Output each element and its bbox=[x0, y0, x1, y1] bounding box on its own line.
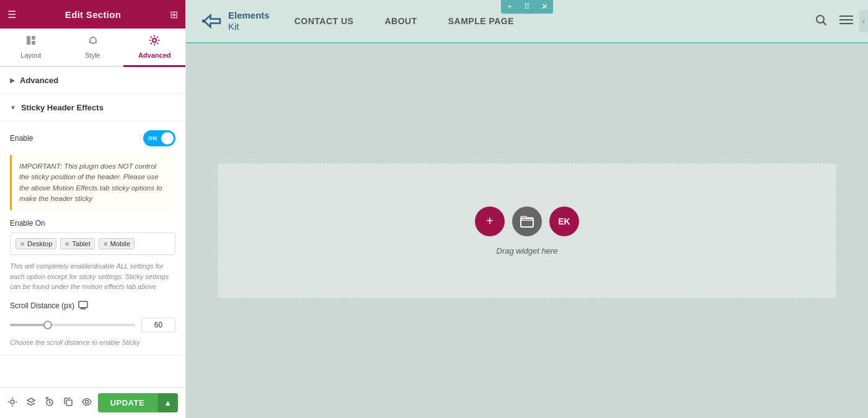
sticky-header-row[interactable]: ▼ Sticky Header Effects bbox=[0, 94, 185, 122]
advanced-section-row[interactable]: ▶ Advanced bbox=[0, 67, 185, 94]
left-panel: ☰ Edit Section ⊞ Layout bbox=[0, 0, 186, 418]
svg-rect-14 bbox=[66, 400, 72, 406]
preview-main: + EK Drag widget here bbox=[186, 43, 868, 418]
scroll-slider-track[interactable] bbox=[10, 324, 135, 326]
update-dropdown-button[interactable]: ▲ bbox=[157, 393, 178, 412]
tab-advanced-label: Advanced bbox=[138, 51, 171, 59]
scroll-distance-label-row: Scroll Distance (px) bbox=[10, 301, 175, 311]
duplicate-icon[interactable] bbox=[63, 397, 73, 409]
layers-icon[interactable] bbox=[26, 397, 36, 409]
scroll-slider-row: 60 bbox=[10, 318, 175, 332]
brand-sub: Kit bbox=[228, 21, 270, 32]
floating-toolbar: + ⠿ ✕ bbox=[501, 0, 553, 14]
panel-header: ☰ Edit Section ⊞ bbox=[0, 0, 185, 29]
drop-zone: + EK Drag widget here bbox=[217, 162, 837, 299]
monitor-icon bbox=[78, 301, 88, 311]
tag-desktop: ✕ Desktop bbox=[16, 238, 56, 249]
advanced-label: Advanced bbox=[20, 76, 58, 85]
update-button-group: UPDATE ▲ bbox=[98, 393, 178, 412]
tab-advanced[interactable]: Advanced bbox=[123, 29, 185, 67]
settings-icon[interactable] bbox=[7, 397, 17, 409]
advanced-section-header: ▶ Advanced bbox=[10, 76, 175, 85]
svg-point-15 bbox=[86, 401, 89, 404]
advanced-arrow-icon: ▶ bbox=[10, 77, 15, 84]
svg-rect-2 bbox=[32, 41, 35, 45]
tag-mobile-remove[interactable]: ✕ bbox=[103, 241, 108, 247]
info-box: IMPORTANT: This plugin does NOT control … bbox=[10, 155, 175, 210]
panel-bottom-bar: UPDATE ▲ bbox=[0, 387, 185, 418]
tab-style[interactable]: Style bbox=[62, 29, 124, 67]
toggle-knob bbox=[161, 132, 174, 145]
nav-about[interactable]: ABOUT bbox=[384, 16, 417, 26]
nav-search-icon[interactable] bbox=[815, 14, 827, 29]
svg-point-17 bbox=[202, 19, 205, 22]
scroll-distance-helper: Choose the scroll distance to enable Sti… bbox=[10, 339, 175, 346]
svg-point-4 bbox=[92, 37, 94, 38]
toolbar-move-button[interactable]: ⠿ bbox=[518, 0, 536, 14]
logo-svg bbox=[201, 10, 223, 32]
bottom-icon-group bbox=[7, 397, 92, 409]
tag-tablet-label: Tablet bbox=[72, 240, 90, 247]
sticky-header-label: Sticky Header Effects bbox=[21, 103, 104, 112]
grid-icon[interactable]: ⊞ bbox=[170, 9, 178, 20]
tag-tablet-remove[interactable]: ✕ bbox=[64, 241, 69, 247]
update-button[interactable]: UPDATE bbox=[98, 393, 157, 412]
toolbar-close-button[interactable]: ✕ bbox=[536, 0, 553, 14]
tag-desktop-label: Desktop bbox=[27, 240, 52, 247]
svg-point-6 bbox=[89, 42, 91, 43]
tab-layout-label: Layout bbox=[20, 51, 41, 59]
nav-contact[interactable]: CONTACT US bbox=[294, 16, 354, 26]
panel-collapse-arrow[interactable]: ‹ bbox=[859, 10, 868, 32]
tag-tablet: ✕ Tablet bbox=[60, 238, 94, 249]
svg-line-19 bbox=[823, 22, 826, 25]
scroll-value-input[interactable]: 60 bbox=[141, 318, 175, 332]
enable-on-label: Enable On bbox=[10, 219, 175, 228]
enable-on-helper: This will completely enable/disable ALL … bbox=[10, 261, 175, 292]
panel-tabs: Layout Style Advanced bbox=[0, 29, 185, 67]
enable-label: Enable bbox=[10, 134, 33, 143]
sticky-header-section: ▼ Sticky Header Effects Enable ON IMPORT… bbox=[0, 94, 185, 355]
tab-style-label: Style bbox=[85, 51, 100, 59]
slider-thumb[interactable] bbox=[43, 321, 52, 329]
info-text: IMPORTANT: This plugin does NOT control … bbox=[19, 162, 162, 202]
panel-title: Edit Section bbox=[65, 9, 121, 20]
drag-widget-text: Drag widget here bbox=[497, 246, 558, 256]
svg-point-5 bbox=[95, 42, 97, 43]
sticky-arrow-icon: ▼ bbox=[10, 104, 16, 111]
enable-field-row: Enable ON bbox=[10, 130, 175, 146]
enable-on-section: Enable On ✕ Desktop ✕ Tablet ✕ Mobile bbox=[10, 219, 175, 292]
right-panel: + ⠿ ✕ Elements Kit CONTACT US ABOUT SAMP… bbox=[186, 0, 868, 418]
layout-icon bbox=[25, 35, 37, 49]
tag-mobile-label: Mobile bbox=[110, 240, 130, 247]
nav-links: CONTACT US ABOUT SAMPLE PAGE bbox=[294, 16, 514, 26]
hamburger-icon[interactable]: ☰ bbox=[7, 9, 16, 20]
nav-sample[interactable]: SAMPLE PAGE bbox=[448, 16, 514, 26]
logo-text: Elements Kit bbox=[228, 10, 270, 32]
svg-point-7 bbox=[153, 38, 156, 42]
toolbar-add-button[interactable]: + bbox=[501, 0, 518, 14]
tab-layout[interactable]: Layout bbox=[0, 29, 62, 67]
ek-button[interactable]: EK bbox=[549, 207, 579, 236]
svg-rect-8 bbox=[79, 301, 87, 308]
enable-toggle[interactable]: ON bbox=[143, 130, 175, 146]
tag-mobile: ✕ Mobile bbox=[99, 238, 135, 249]
tag-desktop-remove[interactable]: ✕ bbox=[20, 241, 25, 247]
svg-rect-23 bbox=[521, 218, 533, 227]
brand-name: Elements bbox=[228, 10, 270, 21]
add-widget-button[interactable]: + bbox=[475, 207, 505, 236]
history-icon[interactable] bbox=[45, 397, 55, 409]
tags-input[interactable]: ✕ Desktop ✕ Tablet ✕ Mobile bbox=[10, 233, 175, 255]
sticky-content: Enable ON IMPORTANT: This plugin does NO… bbox=[0, 122, 185, 355]
template-button[interactable] bbox=[512, 207, 542, 236]
nav-hamburger-icon[interactable] bbox=[839, 15, 853, 28]
drop-zone-icons: + EK bbox=[475, 207, 579, 236]
svg-point-12 bbox=[11, 400, 14, 404]
nav-right-icons bbox=[815, 14, 853, 29]
svg-rect-1 bbox=[32, 36, 35, 40]
slider-fill bbox=[10, 324, 48, 326]
panel-content: ▶ Advanced ▼ Sticky Header Effects Enabl… bbox=[0, 67, 185, 387]
eye-icon[interactable] bbox=[82, 397, 92, 409]
scroll-distance-text: Scroll Distance (px) bbox=[10, 301, 74, 310]
svg-rect-0 bbox=[27, 36, 30, 45]
preview-nav: + ⠿ ✕ Elements Kit CONTACT US ABOUT SAMP… bbox=[186, 0, 868, 43]
